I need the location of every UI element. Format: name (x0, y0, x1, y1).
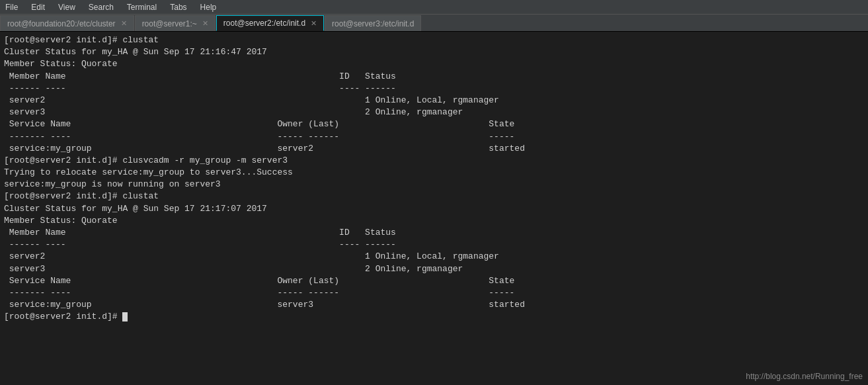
term-line: Member Status: Quorate (4, 58, 864, 70)
term-line: [root@server2 init.d]# clusvcadm -r my_g… (4, 155, 864, 167)
term-line: server2 1 Online, Local, rgmanager (4, 251, 864, 263)
menu-terminal[interactable]: Terminal (124, 3, 159, 12)
term-line: ------ ---- ---- ------ (4, 83, 864, 95)
term-line: ------ ---- ---- ------ (4, 239, 864, 251)
term-line: Member Name ID Status (4, 71, 864, 83)
term-line: server3 2 Online, rgmanager (4, 107, 864, 118)
term-line: Cluster Status for my_HA @ Sun Sep 17 21… (4, 46, 864, 58)
tabbar: root@foundation20:/etc/cluster ✕ root@se… (0, 15, 868, 32)
tab-server2[interactable]: root@server2:/etc/init.d ✕ (216, 15, 324, 31)
menu-search[interactable]: Search (86, 3, 116, 12)
tab-foundation[interactable]: root@foundation20:/etc/cluster ✕ (0, 15, 134, 31)
term-line: Member Name ID Status (4, 227, 864, 239)
menu-view[interactable]: View (56, 3, 78, 12)
term-line: [root@server2 init.d]# clustat (4, 191, 864, 202)
tab-server1-close[interactable]: ✕ (202, 19, 208, 28)
menu-tabs[interactable]: Tabs (167, 3, 189, 12)
tab-server1[interactable]: root@server1:~ ✕ (135, 15, 216, 31)
term-line: service:my_group is now running on serve… (4, 179, 864, 191)
term-line: server3 2 Online, rgmanager (4, 263, 864, 275)
tab-server3-label: root@server3:/etc/init.d (332, 19, 414, 28)
term-line: Member Status: Quorate (4, 215, 864, 227)
tab-server1-label: root@server1:~ (142, 19, 197, 28)
tab-server2-label: root@server2:/etc/init.d (223, 19, 305, 28)
term-line: [root@server2 init.d]# clustat (4, 34, 864, 46)
term-line: ------- ---- ----- ------ ----- (4, 287, 864, 299)
terminal-output: [root@server2 init.d]# clustatCluster St… (4, 34, 864, 323)
menubar: File Edit View Search Terminal Tabs Help (0, 0, 868, 15)
term-line: service:my_group server2 started (4, 143, 864, 155)
terminal-cursor (122, 312, 128, 321)
terminal-area[interactable]: [root@server2 init.d]# clustatCluster St… (0, 32, 868, 385)
term-line: ------- ---- ----- ------ ----- (4, 131, 864, 143)
tab-foundation-close[interactable]: ✕ (121, 19, 127, 28)
term-line: Cluster Status for my_HA @ Sun Sep 17 21… (4, 203, 864, 215)
menu-file[interactable]: File (3, 3, 20, 12)
tab-foundation-label: root@foundation20:/etc/cluster (7, 19, 116, 28)
term-line: service:my_group server3 started (4, 299, 864, 311)
term-line: [root@server2 init.d]# (4, 311, 864, 323)
term-line: Trying to relocate service:my_group to s… (4, 167, 864, 179)
term-line: Service Name Owner (Last) State (4, 275, 864, 287)
menu-help[interactable]: Help (198, 3, 219, 12)
term-line: Service Name Owner (Last) State (4, 118, 864, 130)
menu-edit[interactable]: Edit (28, 3, 48, 12)
tab-server2-close[interactable]: ✕ (311, 19, 317, 28)
term-line: server2 1 Online, Local, rgmanager (4, 95, 864, 107)
watermark: http://blog.csdn.net/Running_free (746, 372, 863, 381)
tab-server3[interactable]: root@server3:/etc/init.d (325, 15, 421, 31)
